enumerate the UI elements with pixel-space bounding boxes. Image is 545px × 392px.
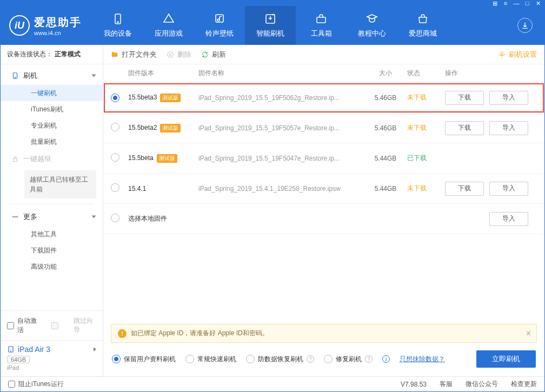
- tools-icon: [315, 12, 328, 25]
- customer-service-link[interactable]: 客服: [440, 380, 453, 389]
- row-version: 15.5beta2: [128, 124, 157, 131]
- flash-opt-antidata[interactable]: 防数据恢复刷机 ?: [246, 355, 314, 364]
- device-storage-badge: 64GB: [7, 356, 30, 363]
- nav-tutorial[interactable]: 教程中心: [347, 6, 397, 45]
- wechat-link[interactable]: 微信公众号: [466, 380, 498, 389]
- flash-opt-repair[interactable]: 修复刷机 ?: [324, 355, 373, 364]
- auto-activate-label: 自动激活: [17, 316, 41, 335]
- table-row[interactable]: 选择本地固件 导入: [103, 204, 544, 234]
- radio-icon[interactable]: [112, 355, 121, 363]
- refresh-label: 刷新: [212, 50, 226, 59]
- radio-icon[interactable]: [324, 355, 333, 363]
- sidebar-item-itunes[interactable]: iTunes刷机: [1, 101, 103, 117]
- lock-icon: [11, 155, 19, 163]
- row-status: 未下载: [407, 123, 445, 132]
- open-folder-label: 打开文件夹: [122, 50, 157, 59]
- statusbar: 阻止iTunes运行 V7.98.53 客服 微信公众号 检查更新: [1, 376, 544, 391]
- check-update-link[interactable]: 检查更新: [511, 380, 537, 389]
- nav-device[interactable]: 我的设备: [92, 6, 143, 45]
- flash-opt-antidata-label: 防数据恢复刷机: [258, 355, 303, 364]
- download-button[interactable]: 下载: [445, 91, 484, 105]
- radio-icon[interactable]: [246, 355, 255, 363]
- th-name: 固件名称: [198, 69, 364, 78]
- auto-activate-input[interactable]: [7, 322, 14, 329]
- sidebar-group-more[interactable]: 更多: [1, 208, 103, 226]
- row-radio[interactable]: [111, 214, 119, 222]
- close-icon[interactable]: ✕: [535, 0, 541, 6]
- import-button[interactable]: 导入: [489, 182, 528, 196]
- svg-point-7: [15, 77, 15, 78]
- table-row[interactable]: 15.5beta3测试版 iPad_Spring_2019_15.5_19F50…: [103, 83, 544, 113]
- download-manager-icon[interactable]: [517, 18, 533, 33]
- row-status: 未下载: [407, 184, 445, 193]
- connection-status: 设备连接状态： 正常模式: [1, 45, 103, 64]
- sidebar-item-adv[interactable]: 高级功能: [1, 258, 103, 275]
- sidebar-item-dlfw[interactable]: 下载固件: [1, 242, 103, 258]
- chevron-right-icon: [94, 347, 96, 351]
- store-icon: [416, 12, 429, 25]
- radio-icon[interactable]: [185, 355, 194, 363]
- flash-icon: [11, 72, 19, 79]
- download-button[interactable]: 下载: [445, 182, 484, 196]
- sidebar-group-flash-label: 刷机: [23, 71, 37, 81]
- main-content: 打开文件夹 删除 刷新 刷机设置 固件版本 固件名称 大小 状态 操作: [103, 45, 544, 376]
- svg-point-13: [11, 351, 11, 351]
- table-row[interactable]: 15.4.1 iPad_Spring_2019_15.4.1_19E258_Re…: [103, 174, 544, 204]
- nav-store[interactable]: 爱思商城: [397, 6, 448, 45]
- beta-badge: 测试版: [160, 124, 181, 132]
- nav-ring[interactable]: 铃声壁纸: [194, 6, 245, 45]
- nav-tools[interactable]: 工具箱: [296, 6, 347, 45]
- flash-settings-button[interactable]: 刷机设置: [498, 50, 537, 59]
- logo[interactable]: iU 爱思助手 www.i4.cn: [9, 15, 82, 36]
- block-itunes-checkbox[interactable]: 阻止iTunes运行: [8, 380, 64, 389]
- table-row[interactable]: 15.5beta2测试版 iPad_Spring_2019_15.5_19F50…: [103, 113, 544, 143]
- import-button[interactable]: 导入: [489, 121, 528, 135]
- row-radio[interactable]: [111, 94, 119, 102]
- sidebar-item-other[interactable]: 其他工具: [1, 226, 103, 242]
- sidebar-item-one[interactable]: 一键刷机: [1, 85, 103, 101]
- sidebar-item-pro[interactable]: 专业刷机: [1, 117, 103, 134]
- info-icon[interactable]: i: [382, 355, 390, 363]
- row-radio[interactable]: [111, 153, 119, 162]
- toolbar: 打开文件夹 删除 刷新 刷机设置: [103, 45, 544, 64]
- flash-now-button[interactable]: 立即刷机: [476, 350, 536, 368]
- nav-apps[interactable]: 应用游戏: [143, 6, 194, 45]
- ring-icon: [213, 12, 226, 25]
- flash-options-bar: 保留用户资料刷机 常规快速刷机 防数据恢复刷机 ? 修复刷机 ? i 只想抹除数…: [111, 347, 537, 371]
- flash-opt-repair-label: 修复刷机: [336, 355, 362, 364]
- row-radio[interactable]: [111, 183, 119, 192]
- th-status: 状态: [407, 69, 445, 78]
- th-size: 大小: [364, 69, 407, 78]
- row-radio[interactable]: [111, 123, 119, 131]
- refresh-icon: [201, 51, 209, 58]
- nav-label: 应用游戏: [155, 29, 183, 38]
- device-info[interactable]: iPad Air 3 64GB iPad: [1, 340, 103, 376]
- gear-icon: [498, 51, 506, 58]
- table-row[interactable]: 15.5beta测试版 iPad_Spring_2019_15.5_19F504…: [103, 143, 544, 174]
- import-button[interactable]: 导入: [489, 212, 528, 226]
- help-icon[interactable]: ?: [365, 355, 373, 363]
- flash-opt-keep[interactable]: 保留用户资料刷机: [112, 355, 176, 364]
- erase-data-link[interactable]: 只想抹除数据？: [400, 355, 445, 364]
- row-size: 5.44GB: [364, 155, 407, 162]
- download-button[interactable]: 下载: [445, 121, 484, 135]
- nav-label: 我的设备: [104, 29, 132, 38]
- refresh-button[interactable]: 刷新: [201, 50, 226, 59]
- open-folder-button[interactable]: 打开文件夹: [111, 50, 157, 59]
- auto-activate-checkbox[interactable]: 自动激活 跳过向导: [7, 316, 96, 335]
- sidebar-item-batch[interactable]: 批量刷机: [1, 134, 103, 150]
- window-titlebar: ⊞ ≡ — □ ✕: [1, 1, 544, 6]
- nav-flash[interactable]: 智能刷机: [245, 6, 296, 45]
- folder-icon: [111, 51, 118, 58]
- delete-button: 删除: [167, 50, 191, 59]
- th-ops: 操作: [445, 69, 537, 78]
- jailbreak-note: 越狱工具已转移至工具箱: [24, 170, 96, 198]
- help-icon[interactable]: ?: [307, 355, 314, 363]
- import-button[interactable]: 导入: [489, 91, 528, 105]
- banner-close-icon[interactable]: ×: [526, 329, 531, 338]
- sidebar-group-flash[interactable]: 刷机: [1, 67, 103, 85]
- block-itunes-input[interactable]: [8, 381, 15, 388]
- flash-opt-normal[interactable]: 常规快速刷机: [185, 355, 236, 364]
- sidebar-options: 自动激活 跳过向导: [1, 310, 103, 340]
- maximize-icon[interactable]: □: [524, 0, 530, 6]
